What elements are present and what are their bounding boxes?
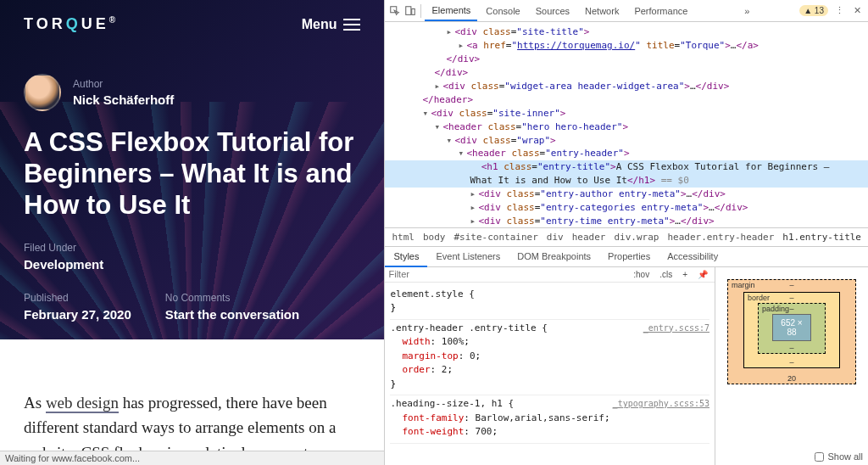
devtools-panel: Elements Console Sources Network Perform…	[384, 0, 868, 465]
styles-tab-bar: Styles Event Listeners DOM Breakpoints P…	[385, 246, 868, 267]
breadcrumb-item-selected[interactable]: h1.entry-title	[782, 232, 861, 243]
article-link-web-design[interactable]: web design	[46, 394, 119, 413]
page-title: A CSS Flexbox Tutorial for Beginners – W…	[24, 126, 360, 221]
menu-button[interactable]: Menu	[302, 17, 361, 32]
tab-accessibility[interactable]: Accessibility	[659, 247, 726, 266]
inspect-icon[interactable]	[388, 4, 402, 18]
breadcrumb-item[interactable]: div	[547, 232, 564, 243]
breadcrumb-item[interactable]: div.wrap	[614, 232, 659, 243]
dom-selected-line[interactable]: ⋯ <h1 class="entry-title">A CSS Flexbox …	[385, 160, 868, 174]
tab-event-listeners[interactable]: Event Listeners	[427, 247, 509, 266]
divider	[420, 4, 421, 18]
filed-under-label: Filed Under	[24, 242, 103, 254]
close-icon[interactable]: ✕	[851, 4, 865, 18]
hov-toggle[interactable]: :hov	[630, 269, 653, 280]
hero-header: TORQUE® Menu Author Nick Schäferhoff A C…	[0, 0, 384, 339]
logo-post: UE	[81, 15, 109, 32]
filed-under-value[interactable]: Development	[24, 257, 103, 272]
cls-toggle[interactable]: .cls	[656, 269, 676, 280]
comments-label: No Comments	[165, 292, 299, 304]
tab-styles[interactable]: Styles	[385, 247, 427, 267]
box-content-dims: 652 × 88	[772, 314, 811, 341]
styles-filter-row: :hov .cls + 📌	[385, 267, 715, 283]
pin-icon[interactable]: 📌	[694, 269, 711, 280]
devtools-tab-bar: Elements Console Sources Network Perform…	[385, 0, 868, 22]
logo-pre: TOR	[24, 15, 66, 32]
add-rule-button[interactable]: +	[679, 269, 691, 280]
box-margin-bottom: 20	[787, 374, 796, 383]
svg-rect-2	[412, 8, 415, 14]
styles-filter-input[interactable]	[388, 269, 626, 279]
site-preview: TORQUE® Menu Author Nick Schäferhoff A C…	[0, 0, 384, 465]
warning-badge[interactable]: ▲ 13	[799, 5, 828, 16]
breadcrumb-item[interactable]: body	[423, 232, 446, 243]
author-name: Nick Schäferhoff	[73, 92, 174, 107]
css-rules[interactable]: element.style {} _entry.scss:7 .entry-he…	[385, 283, 715, 466]
author-label: Author	[73, 78, 174, 90]
browser-status: Waiting for www.facebook.com...	[0, 451, 384, 465]
tab-elements[interactable]: Elements	[425, 1, 477, 21]
tab-properties[interactable]: Properties	[599, 247, 659, 266]
tab-console[interactable]: Console	[479, 2, 526, 20]
dom-breadcrumb[interactable]: html body #site-container div header div…	[385, 227, 868, 246]
tab-sources[interactable]: Sources	[529, 2, 576, 20]
box-margin-label: margin	[732, 281, 755, 289]
article-body: As web design has progressed, there have…	[0, 339, 384, 465]
tab-performance[interactable]: Performance	[627, 2, 694, 20]
dom-tree[interactable]: ▸<div class="site-title"> ▸<a href="http…	[385, 22, 868, 227]
device-icon[interactable]	[403, 4, 417, 18]
article-text: As	[24, 394, 46, 412]
published-value: February 27, 2020	[24, 307, 131, 322]
show-all-checkbox[interactable]: Show all	[815, 451, 863, 462]
site-nav: TORQUE® Menu	[24, 15, 360, 33]
comments-cta[interactable]: Start the conversation	[165, 307, 299, 322]
avatar	[24, 74, 61, 111]
devtools-menu-icon[interactable]: ⋮	[830, 5, 849, 16]
published-label: Published	[24, 292, 131, 304]
breadcrumb-item[interactable]: header.entry-header	[667, 232, 774, 243]
author-block: Author Nick Schäferhoff	[24, 74, 360, 111]
tab-dom-breakpoints[interactable]: DOM Breakpoints	[509, 247, 599, 266]
logo-reg: ®	[109, 15, 119, 25]
menu-label: Menu	[302, 17, 337, 32]
breadcrumb-item[interactable]: header	[572, 232, 606, 243]
hamburger-icon	[343, 19, 360, 31]
breadcrumb-item[interactable]: html	[392, 232, 415, 243]
logo-q: Q	[66, 15, 81, 32]
svg-rect-1	[406, 6, 411, 14]
site-logo[interactable]: TORQUE®	[24, 15, 119, 33]
box-padding-label: padding	[762, 305, 789, 313]
tab-network[interactable]: Network	[578, 2, 626, 20]
box-border-label: border	[748, 294, 770, 302]
breadcrumb-item[interactable]: #site-container	[453, 232, 537, 243]
box-model: margin – border – padding – 652 × 88 – –	[715, 267, 868, 466]
